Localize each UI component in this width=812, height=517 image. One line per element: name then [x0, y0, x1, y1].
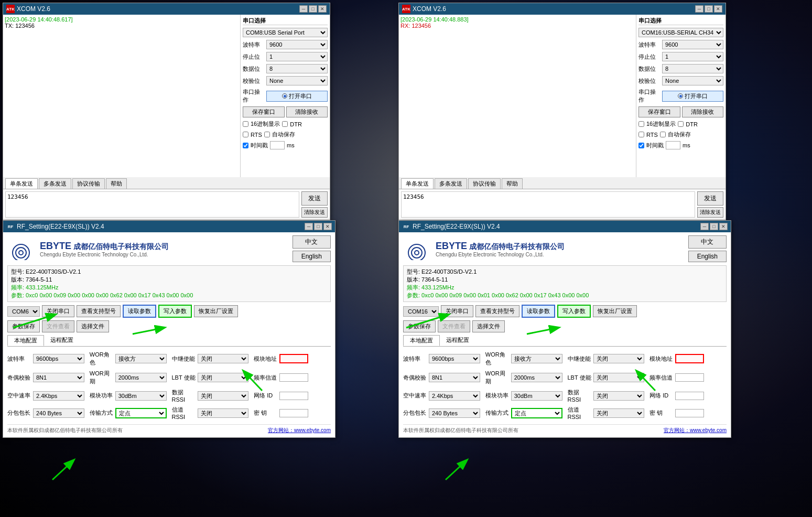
minimize-btn[interactable]: ─	[299, 5, 308, 13]
right-minimize-btn[interactable]: ─	[695, 5, 703, 13]
left-close-port-btn[interactable]: 关闭串口	[42, 305, 74, 317]
right-rf-maximize[interactable]: □	[710, 223, 718, 230]
right-com-port-select[interactable]: COM16:USB-SERIAL CH34	[638, 28, 723, 37]
right-maximize-btn[interactable]: □	[705, 5, 713, 13]
right-key-input[interactable]: 0	[675, 409, 704, 417]
right-packet-select[interactable]: 240 Bytes	[429, 408, 480, 418]
left-relay-select[interactable]: 关闭	[198, 354, 249, 363]
left-tab-protocol[interactable]: 协议传输	[72, 178, 105, 189]
left-clear-recv-btn[interactable]: 清除接收	[286, 106, 328, 117]
left-lang-cn-btn[interactable]: 中文	[293, 235, 331, 249]
right-clear-send-btn[interactable]: 清除发送	[697, 207, 723, 218]
left-wor-period-select[interactable]: 2000ms	[115, 373, 167, 382]
left-save-params-btn[interactable]: 参数保存	[7, 320, 40, 332]
right-open-port-btn[interactable]: 打开串口	[662, 91, 723, 102]
right-local-tab[interactable]: 本地配置	[403, 335, 440, 346]
right-parity-param-select[interactable]: 8N1	[429, 373, 480, 382]
left-send-input[interactable]	[5, 191, 299, 218]
left-check-model-btn[interactable]: 查看支持型号	[77, 305, 121, 317]
left-write-params-btn[interactable]: 写入参数	[158, 305, 192, 318]
left-net-id-input[interactable]: 0	[279, 392, 308, 400]
right-tab-single[interactable]: 单条发送	[401, 178, 434, 189]
right-wor-select[interactable]: 接收方	[511, 354, 562, 363]
right-send-input[interactable]	[401, 191, 695, 218]
left-parity-param-select[interactable]: 8N1	[33, 373, 84, 382]
left-read-params-btn[interactable]: 读取参数	[123, 305, 156, 318]
left-freq-ch-input[interactable]: 23	[279, 373, 308, 382]
left-text-check-btn[interactable]: 文件查看	[42, 320, 74, 332]
left-ms-input[interactable]: 10	[270, 141, 285, 149]
right-rf-port-select[interactable]: COM16	[403, 306, 439, 317]
left-rts-checkbox[interactable]	[243, 132, 248, 137]
right-close-btn[interactable]: ✕	[714, 5, 722, 13]
right-rf-minimize[interactable]: ─	[700, 223, 709, 230]
right-air-rate-select[interactable]: 2.4Kbps	[429, 391, 480, 401]
right-timestamp-checkbox[interactable]	[638, 143, 644, 148]
right-autosave-checkbox[interactable]	[660, 132, 666, 137]
right-tab-protocol[interactable]: 协议传输	[468, 178, 501, 189]
left-stop-select[interactable]: 1	[266, 52, 328, 61]
left-select-file-btn[interactable]: 选择文件	[77, 320, 109, 332]
right-lang-en-btn[interactable]: English	[688, 251, 727, 262]
close-btn[interactable]: ✕	[318, 5, 327, 13]
right-transmit-select[interactable]: 定点	[511, 408, 562, 418]
left-baud-param-select[interactable]: 9600bps	[33, 354, 84, 363]
left-tab-help[interactable]: 帮助	[106, 178, 127, 189]
right-send-btn[interactable]: 发送	[697, 191, 723, 206]
left-rf-close[interactable]: ✕	[323, 223, 332, 230]
left-packet-select[interactable]: 240 Bytes	[33, 408, 84, 418]
left-send-btn[interactable]: 发送	[301, 191, 328, 206]
right-save-win-btn[interactable]: 保存窗口	[638, 106, 680, 117]
right-rf-close[interactable]: ✕	[719, 223, 728, 230]
right-read-params-btn[interactable]: 读取参数	[522, 305, 555, 318]
right-rts-checkbox[interactable]	[638, 132, 644, 137]
right-stop-select[interactable]: 1	[662, 52, 723, 61]
left-tab-multi[interactable]: 多条发送	[39, 178, 71, 189]
left-lbt-select[interactable]: 关闭	[198, 373, 249, 382]
right-addr-input[interactable]: 1	[675, 354, 704, 363]
right-lbt-select[interactable]: 关闭	[593, 373, 645, 382]
left-addr-input[interactable]: 0	[279, 354, 308, 363]
left-parity-select[interactable]: None	[266, 76, 328, 85]
left-air-rate-select[interactable]: 2.4Kbps	[33, 391, 84, 401]
right-data-rssi-select[interactable]: 关闭	[593, 391, 645, 401]
right-hex-checkbox[interactable]	[638, 121, 644, 127]
left-tab-single[interactable]: 单条发送	[5, 178, 38, 189]
right-select-file-btn[interactable]: 选择文件	[472, 320, 505, 332]
left-baud-select[interactable]: 9600	[266, 40, 328, 49]
left-local-tab[interactable]: 本地配置	[7, 335, 44, 346]
right-tab-multi[interactable]: 多条发送	[435, 178, 467, 189]
right-restore-btn[interactable]: 恢复出厂设置	[593, 305, 637, 317]
right-clear-recv-btn[interactable]: 清除接收	[682, 106, 724, 117]
left-com-port-select[interactable]: COM8:USB Serial Port	[243, 28, 328, 37]
left-rf-minimize[interactable]: ─	[305, 223, 313, 230]
left-dtr-checkbox[interactable]	[282, 121, 288, 127]
left-save-win-btn[interactable]: 保存窗口	[243, 106, 285, 117]
right-baud-param-select[interactable]: 9600bps	[429, 354, 480, 363]
left-ch-rssi-select[interactable]: 关闭	[198, 408, 249, 418]
right-baud-select[interactable]: 9600	[662, 40, 723, 49]
right-save-params-btn[interactable]: 参数保存	[403, 320, 436, 332]
right-freq-ch-input[interactable]: 23	[675, 373, 704, 382]
right-lang-cn-btn[interactable]: 中文	[688, 235, 727, 249]
left-open-port-btn[interactable]: 打开串口	[266, 91, 328, 102]
left-restore-btn[interactable]: 恢复出厂设置	[194, 305, 238, 317]
left-mod-power-select[interactable]: 30dBm	[115, 391, 167, 401]
right-text-check-btn[interactable]: 文件查看	[438, 320, 470, 332]
left-transmit-select[interactable]: 定点	[115, 408, 167, 418]
left-rf-maximize[interactable]: □	[314, 223, 322, 230]
right-wor-period-select[interactable]: 2000ms	[511, 373, 562, 382]
right-mod-power-select[interactable]: 30dBm	[511, 391, 562, 401]
left-wor-select[interactable]: 接收方	[115, 354, 167, 363]
right-parity-select[interactable]: None	[662, 76, 723, 85]
right-relay-select[interactable]: 关闭	[593, 354, 645, 363]
left-hex-checkbox[interactable]	[243, 121, 248, 127]
left-clear-send-btn[interactable]: 清除发送	[301, 207, 328, 218]
right-data-select[interactable]: 8	[662, 64, 723, 73]
left-key-input[interactable]: 0	[279, 409, 308, 417]
left-lang-en-btn[interactable]: English	[293, 251, 331, 262]
right-write-params-btn[interactable]: 写入参数	[557, 305, 591, 318]
left-rf-port-select[interactable]: COM6	[7, 306, 40, 317]
right-check-model-btn[interactable]: 查看支持型号	[475, 305, 519, 317]
right-dtr-checkbox[interactable]	[678, 121, 684, 127]
